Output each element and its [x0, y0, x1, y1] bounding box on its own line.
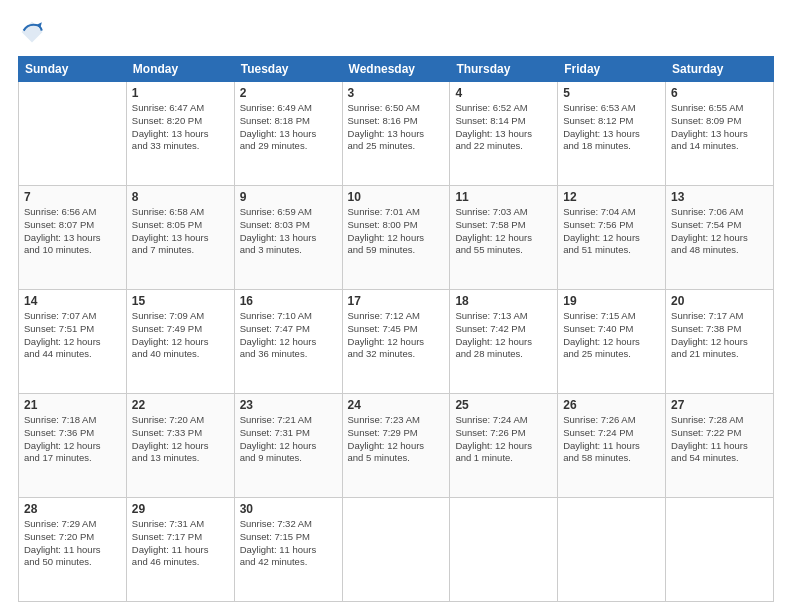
day-info: Sunrise: 6:58 AMSunset: 8:05 PMDaylight:…: [132, 206, 229, 257]
calendar-cell: 22Sunrise: 7:20 AMSunset: 7:33 PMDayligh…: [126, 394, 234, 498]
page-header: [18, 18, 774, 46]
day-number: 20: [671, 294, 768, 308]
day-info: Sunrise: 7:26 AMSunset: 7:24 PMDaylight:…: [563, 414, 660, 465]
logo: [18, 18, 48, 46]
day-number: 25: [455, 398, 552, 412]
day-info: Sunrise: 7:21 AMSunset: 7:31 PMDaylight:…: [240, 414, 337, 465]
calendar-cell: 30Sunrise: 7:32 AMSunset: 7:15 PMDayligh…: [234, 498, 342, 602]
calendar-cell: 1Sunrise: 6:47 AMSunset: 8:20 PMDaylight…: [126, 82, 234, 186]
day-info: Sunrise: 6:53 AMSunset: 8:12 PMDaylight:…: [563, 102, 660, 153]
logo-icon: [18, 18, 46, 46]
calendar-cell: 14Sunrise: 7:07 AMSunset: 7:51 PMDayligh…: [19, 290, 127, 394]
day-info: Sunrise: 7:06 AMSunset: 7:54 PMDaylight:…: [671, 206, 768, 257]
calendar-cell: 3Sunrise: 6:50 AMSunset: 8:16 PMDaylight…: [342, 82, 450, 186]
day-info: Sunrise: 6:55 AMSunset: 8:09 PMDaylight:…: [671, 102, 768, 153]
day-number: 15: [132, 294, 229, 308]
calendar-cell: [666, 498, 774, 602]
day-number: 14: [24, 294, 121, 308]
day-number: 6: [671, 86, 768, 100]
calendar-cell: 25Sunrise: 7:24 AMSunset: 7:26 PMDayligh…: [450, 394, 558, 498]
day-number: 16: [240, 294, 337, 308]
day-info: Sunrise: 6:56 AMSunset: 8:07 PMDaylight:…: [24, 206, 121, 257]
calendar-cell: 10Sunrise: 7:01 AMSunset: 8:00 PMDayligh…: [342, 186, 450, 290]
day-info: Sunrise: 7:01 AMSunset: 8:00 PMDaylight:…: [348, 206, 445, 257]
calendar-week-row: 21Sunrise: 7:18 AMSunset: 7:36 PMDayligh…: [19, 394, 774, 498]
day-info: Sunrise: 6:49 AMSunset: 8:18 PMDaylight:…: [240, 102, 337, 153]
calendar-header-tuesday: Tuesday: [234, 57, 342, 82]
calendar-cell: 12Sunrise: 7:04 AMSunset: 7:56 PMDayligh…: [558, 186, 666, 290]
day-info: Sunrise: 7:29 AMSunset: 7:20 PMDaylight:…: [24, 518, 121, 569]
day-info: Sunrise: 7:03 AMSunset: 7:58 PMDaylight:…: [455, 206, 552, 257]
day-info: Sunrise: 7:23 AMSunset: 7:29 PMDaylight:…: [348, 414, 445, 465]
day-number: 2: [240, 86, 337, 100]
day-number: 1: [132, 86, 229, 100]
calendar-cell: 29Sunrise: 7:31 AMSunset: 7:17 PMDayligh…: [126, 498, 234, 602]
day-number: 3: [348, 86, 445, 100]
day-number: 13: [671, 190, 768, 204]
day-info: Sunrise: 7:32 AMSunset: 7:15 PMDaylight:…: [240, 518, 337, 569]
day-number: 22: [132, 398, 229, 412]
day-info: Sunrise: 7:07 AMSunset: 7:51 PMDaylight:…: [24, 310, 121, 361]
calendar-cell: 24Sunrise: 7:23 AMSunset: 7:29 PMDayligh…: [342, 394, 450, 498]
day-number: 17: [348, 294, 445, 308]
calendar-cell: 2Sunrise: 6:49 AMSunset: 8:18 PMDaylight…: [234, 82, 342, 186]
calendar-cell: 13Sunrise: 7:06 AMSunset: 7:54 PMDayligh…: [666, 186, 774, 290]
day-info: Sunrise: 7:04 AMSunset: 7:56 PMDaylight:…: [563, 206, 660, 257]
day-info: Sunrise: 6:47 AMSunset: 8:20 PMDaylight:…: [132, 102, 229, 153]
calendar-cell: 6Sunrise: 6:55 AMSunset: 8:09 PMDaylight…: [666, 82, 774, 186]
calendar-cell: [19, 82, 127, 186]
calendar-cell: 20Sunrise: 7:17 AMSunset: 7:38 PMDayligh…: [666, 290, 774, 394]
day-number: 24: [348, 398, 445, 412]
calendar-cell: 8Sunrise: 6:58 AMSunset: 8:05 PMDaylight…: [126, 186, 234, 290]
day-number: 27: [671, 398, 768, 412]
calendar-cell: 26Sunrise: 7:26 AMSunset: 7:24 PMDayligh…: [558, 394, 666, 498]
calendar-header-monday: Monday: [126, 57, 234, 82]
day-info: Sunrise: 7:31 AMSunset: 7:17 PMDaylight:…: [132, 518, 229, 569]
calendar-cell: 9Sunrise: 6:59 AMSunset: 8:03 PMDaylight…: [234, 186, 342, 290]
day-info: Sunrise: 7:10 AMSunset: 7:47 PMDaylight:…: [240, 310, 337, 361]
calendar-header-sunday: Sunday: [19, 57, 127, 82]
day-number: 18: [455, 294, 552, 308]
day-info: Sunrise: 6:50 AMSunset: 8:16 PMDaylight:…: [348, 102, 445, 153]
calendar-cell: [558, 498, 666, 602]
day-number: 30: [240, 502, 337, 516]
day-number: 29: [132, 502, 229, 516]
calendar-cell: 23Sunrise: 7:21 AMSunset: 7:31 PMDayligh…: [234, 394, 342, 498]
day-info: Sunrise: 7:09 AMSunset: 7:49 PMDaylight:…: [132, 310, 229, 361]
calendar-cell: 11Sunrise: 7:03 AMSunset: 7:58 PMDayligh…: [450, 186, 558, 290]
day-info: Sunrise: 7:13 AMSunset: 7:42 PMDaylight:…: [455, 310, 552, 361]
calendar-cell: 28Sunrise: 7:29 AMSunset: 7:20 PMDayligh…: [19, 498, 127, 602]
calendar-week-row: 1Sunrise: 6:47 AMSunset: 8:20 PMDaylight…: [19, 82, 774, 186]
day-number: 28: [24, 502, 121, 516]
day-info: Sunrise: 7:15 AMSunset: 7:40 PMDaylight:…: [563, 310, 660, 361]
calendar-header-row: SundayMondayTuesdayWednesdayThursdayFrid…: [19, 57, 774, 82]
calendar-cell: 17Sunrise: 7:12 AMSunset: 7:45 PMDayligh…: [342, 290, 450, 394]
day-number: 26: [563, 398, 660, 412]
day-info: Sunrise: 6:59 AMSunset: 8:03 PMDaylight:…: [240, 206, 337, 257]
calendar-cell: 21Sunrise: 7:18 AMSunset: 7:36 PMDayligh…: [19, 394, 127, 498]
calendar-week-row: 28Sunrise: 7:29 AMSunset: 7:20 PMDayligh…: [19, 498, 774, 602]
calendar-header-saturday: Saturday: [666, 57, 774, 82]
day-number: 11: [455, 190, 552, 204]
calendar-cell: 7Sunrise: 6:56 AMSunset: 8:07 PMDaylight…: [19, 186, 127, 290]
calendar-cell: [450, 498, 558, 602]
day-info: Sunrise: 7:20 AMSunset: 7:33 PMDaylight:…: [132, 414, 229, 465]
calendar-week-row: 14Sunrise: 7:07 AMSunset: 7:51 PMDayligh…: [19, 290, 774, 394]
day-number: 23: [240, 398, 337, 412]
day-info: Sunrise: 7:18 AMSunset: 7:36 PMDaylight:…: [24, 414, 121, 465]
day-number: 5: [563, 86, 660, 100]
calendar-cell: 19Sunrise: 7:15 AMSunset: 7:40 PMDayligh…: [558, 290, 666, 394]
calendar-cell: 4Sunrise: 6:52 AMSunset: 8:14 PMDaylight…: [450, 82, 558, 186]
calendar-week-row: 7Sunrise: 6:56 AMSunset: 8:07 PMDaylight…: [19, 186, 774, 290]
calendar-cell: 16Sunrise: 7:10 AMSunset: 7:47 PMDayligh…: [234, 290, 342, 394]
calendar-header-thursday: Thursday: [450, 57, 558, 82]
day-info: Sunrise: 7:17 AMSunset: 7:38 PMDaylight:…: [671, 310, 768, 361]
day-number: 10: [348, 190, 445, 204]
calendar-cell: 15Sunrise: 7:09 AMSunset: 7:49 PMDayligh…: [126, 290, 234, 394]
calendar-header-friday: Friday: [558, 57, 666, 82]
calendar-header-wednesday: Wednesday: [342, 57, 450, 82]
day-number: 9: [240, 190, 337, 204]
day-info: Sunrise: 6:52 AMSunset: 8:14 PMDaylight:…: [455, 102, 552, 153]
calendar-cell: 27Sunrise: 7:28 AMSunset: 7:22 PMDayligh…: [666, 394, 774, 498]
day-number: 19: [563, 294, 660, 308]
